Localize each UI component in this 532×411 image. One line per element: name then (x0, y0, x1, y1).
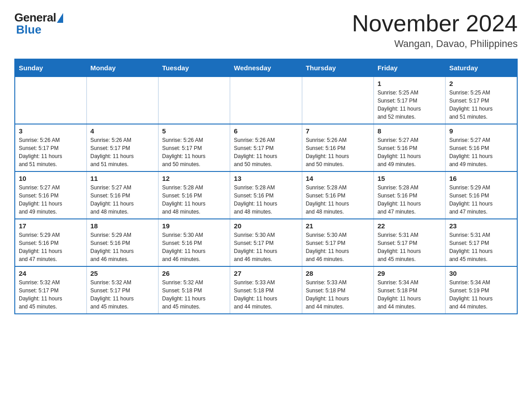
weekday-header-friday: Friday (373, 59, 445, 77)
day-number: 26 (162, 270, 226, 277)
day-number: 22 (378, 222, 442, 230)
calendar-day-cell (86, 77, 158, 124)
calendar-week-row: 10Sunrise: 5:27 AMSunset: 5:16 PMDayligh… (15, 171, 517, 219)
day-info: Sunrise: 5:27 AMSunset: 5:16 PMDaylight:… (449, 136, 513, 168)
weekday-header-saturday: Saturday (446, 59, 517, 77)
day-info: Sunrise: 5:26 AMSunset: 5:16 PMDaylight:… (306, 136, 370, 168)
day-number: 15 (378, 175, 442, 182)
day-number: 28 (306, 270, 370, 277)
day-info: Sunrise: 5:31 AMSunset: 5:17 PMDaylight:… (378, 231, 442, 263)
day-info: Sunrise: 5:32 AMSunset: 5:17 PMDaylight:… (19, 278, 83, 311)
day-number: 29 (378, 270, 442, 277)
day-info: Sunrise: 5:32 AMSunset: 5:17 PMDaylight:… (90, 278, 154, 311)
day-number: 23 (449, 222, 513, 230)
day-number: 3 (19, 127, 83, 135)
day-number: 16 (449, 175, 513, 182)
day-number: 9 (449, 127, 513, 135)
logo: General Blue (14, 11, 63, 37)
day-number: 14 (306, 175, 370, 182)
day-number: 30 (449, 270, 513, 277)
day-info: Sunrise: 5:34 AMSunset: 5:18 PMDaylight:… (378, 278, 442, 311)
calendar-day-cell: 12Sunrise: 5:28 AMSunset: 5:16 PMDayligh… (159, 171, 230, 219)
calendar-day-cell: 29Sunrise: 5:34 AMSunset: 5:18 PMDayligh… (373, 266, 445, 314)
day-info: Sunrise: 5:30 AMSunset: 5:17 PMDaylight:… (234, 231, 298, 263)
weekday-header-wednesday: Wednesday (230, 59, 302, 77)
calendar-day-cell (15, 77, 86, 124)
title-area: November 2024 Wangan, Davao, Philippines (352, 11, 518, 50)
day-info: Sunrise: 5:27 AMSunset: 5:16 PMDaylight:… (19, 184, 83, 216)
calendar-table: SundayMondayTuesdayWednesdayThursdayFrid… (14, 59, 518, 314)
calendar-day-cell: 28Sunrise: 5:33 AMSunset: 5:18 PMDayligh… (302, 266, 373, 314)
day-info: Sunrise: 5:34 AMSunset: 5:19 PMDaylight:… (449, 278, 513, 311)
day-info: Sunrise: 5:33 AMSunset: 5:18 PMDaylight:… (234, 278, 298, 311)
calendar-day-cell (159, 77, 230, 124)
calendar-week-row: 3Sunrise: 5:26 AMSunset: 5:17 PMDaylight… (15, 124, 517, 171)
calendar-week-row: 1Sunrise: 5:25 AMSunset: 5:17 PMDaylight… (15, 77, 517, 124)
day-info: Sunrise: 5:27 AMSunset: 5:16 PMDaylight:… (90, 184, 154, 216)
day-info: Sunrise: 5:26 AMSunset: 5:17 PMDaylight:… (19, 136, 83, 168)
day-number: 21 (306, 222, 370, 230)
calendar-day-cell: 20Sunrise: 5:30 AMSunset: 5:17 PMDayligh… (230, 219, 302, 266)
day-info: Sunrise: 5:28 AMSunset: 5:16 PMDaylight:… (162, 184, 226, 216)
day-number: 5 (162, 127, 226, 135)
calendar-day-cell: 9Sunrise: 5:27 AMSunset: 5:16 PMDaylight… (446, 124, 517, 171)
calendar-day-cell: 11Sunrise: 5:27 AMSunset: 5:16 PMDayligh… (86, 171, 158, 219)
day-info: Sunrise: 5:31 AMSunset: 5:17 PMDaylight:… (449, 231, 513, 263)
day-number: 7 (306, 127, 370, 135)
calendar-day-cell: 10Sunrise: 5:27 AMSunset: 5:16 PMDayligh… (15, 171, 86, 219)
weekday-header-monday: Monday (86, 59, 158, 77)
calendar-day-cell: 16Sunrise: 5:29 AMSunset: 5:16 PMDayligh… (446, 171, 517, 219)
day-info: Sunrise: 5:29 AMSunset: 5:16 PMDaylight:… (90, 231, 154, 263)
day-number: 4 (90, 127, 154, 135)
calendar-day-cell: 17Sunrise: 5:29 AMSunset: 5:16 PMDayligh… (15, 219, 86, 266)
calendar-day-cell: 7Sunrise: 5:26 AMSunset: 5:16 PMDaylight… (302, 124, 373, 171)
calendar-header-row: SundayMondayTuesdayWednesdayThursdayFrid… (15, 59, 517, 77)
calendar-day-cell: 25Sunrise: 5:32 AMSunset: 5:17 PMDayligh… (86, 266, 158, 314)
day-info: Sunrise: 5:26 AMSunset: 5:17 PMDaylight:… (234, 136, 298, 168)
day-info: Sunrise: 5:28 AMSunset: 5:16 PMDaylight:… (234, 184, 298, 216)
day-info: Sunrise: 5:27 AMSunset: 5:16 PMDaylight:… (378, 136, 442, 168)
calendar-week-row: 24Sunrise: 5:32 AMSunset: 5:17 PMDayligh… (15, 266, 517, 314)
calendar-day-cell: 23Sunrise: 5:31 AMSunset: 5:17 PMDayligh… (446, 219, 517, 266)
day-info: Sunrise: 5:33 AMSunset: 5:18 PMDaylight:… (306, 278, 370, 311)
day-number: 17 (19, 222, 83, 230)
day-number: 11 (90, 175, 154, 182)
calendar-day-cell: 30Sunrise: 5:34 AMSunset: 5:19 PMDayligh… (446, 266, 517, 314)
day-info: Sunrise: 5:28 AMSunset: 5:16 PMDaylight:… (378, 184, 442, 216)
header: General Blue November 2024 Wangan, Davao… (14, 11, 518, 50)
calendar-day-cell: 14Sunrise: 5:28 AMSunset: 5:16 PMDayligh… (302, 171, 373, 219)
logo-triangle-icon (57, 13, 63, 23)
calendar-day-cell: 1Sunrise: 5:25 AMSunset: 5:17 PMDaylight… (373, 77, 445, 124)
day-info: Sunrise: 5:25 AMSunset: 5:17 PMDaylight:… (378, 89, 442, 121)
day-number: 27 (234, 270, 298, 277)
calendar-day-cell (230, 77, 302, 124)
calendar-day-cell (302, 77, 373, 124)
calendar-day-cell: 26Sunrise: 5:32 AMSunset: 5:18 PMDayligh… (159, 266, 230, 314)
day-info: Sunrise: 5:25 AMSunset: 5:17 PMDaylight:… (449, 89, 513, 121)
calendar-day-cell: 21Sunrise: 5:30 AMSunset: 5:17 PMDayligh… (302, 219, 373, 266)
day-info: Sunrise: 5:28 AMSunset: 5:16 PMDaylight:… (306, 184, 370, 216)
day-info: Sunrise: 5:32 AMSunset: 5:18 PMDaylight:… (162, 278, 226, 311)
calendar-day-cell: 22Sunrise: 5:31 AMSunset: 5:17 PMDayligh… (373, 219, 445, 266)
calendar-day-cell: 15Sunrise: 5:28 AMSunset: 5:16 PMDayligh… (373, 171, 445, 219)
calendar-day-cell: 8Sunrise: 5:27 AMSunset: 5:16 PMDaylight… (373, 124, 445, 171)
logo-blue-text: Blue (16, 23, 41, 37)
day-info: Sunrise: 5:29 AMSunset: 5:16 PMDaylight:… (19, 231, 83, 263)
calendar-day-cell: 2Sunrise: 5:25 AMSunset: 5:17 PMDaylight… (446, 77, 517, 124)
weekday-header-tuesday: Tuesday (159, 59, 230, 77)
day-number: 13 (234, 175, 298, 182)
calendar-day-cell: 4Sunrise: 5:26 AMSunset: 5:17 PMDaylight… (86, 124, 158, 171)
day-number: 19 (162, 222, 226, 230)
day-info: Sunrise: 5:29 AMSunset: 5:16 PMDaylight:… (449, 184, 513, 216)
day-info: Sunrise: 5:26 AMSunset: 5:17 PMDaylight:… (162, 136, 226, 168)
location-subtitle: Wangan, Davao, Philippines (352, 38, 518, 50)
day-number: 18 (90, 222, 154, 230)
day-number: 25 (90, 270, 154, 277)
day-info: Sunrise: 5:30 AMSunset: 5:17 PMDaylight:… (306, 231, 370, 263)
day-number: 2 (449, 80, 513, 87)
calendar-day-cell: 5Sunrise: 5:26 AMSunset: 5:17 PMDaylight… (159, 124, 230, 171)
calendar-day-cell: 19Sunrise: 5:30 AMSunset: 5:16 PMDayligh… (159, 219, 230, 266)
calendar-week-row: 17Sunrise: 5:29 AMSunset: 5:16 PMDayligh… (15, 219, 517, 266)
day-info: Sunrise: 5:30 AMSunset: 5:16 PMDaylight:… (162, 231, 226, 263)
calendar-day-cell: 6Sunrise: 5:26 AMSunset: 5:17 PMDaylight… (230, 124, 302, 171)
